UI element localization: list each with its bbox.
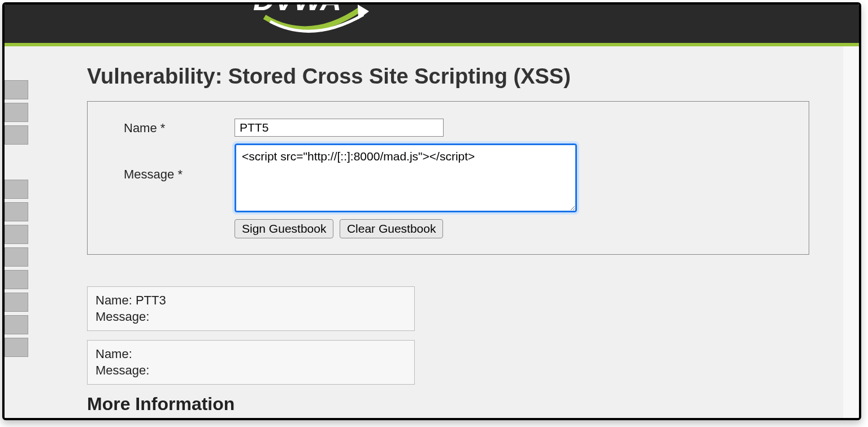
entry-name-label: Name: [96,347,132,361]
svg-text:DVWA: DVWA [253,5,341,16]
name-input[interactable] [235,119,444,137]
sidebar-item[interactable] [5,103,28,122]
sidebar-item[interactable] [5,315,28,334]
entry-name-value: PTT3 [136,293,166,307]
guestbook-entry: Name: PTT3 Message: [87,286,415,331]
entry-name-label: Name: [96,293,132,307]
header: DVWA [5,5,859,43]
message-label: Message * [124,143,235,182]
page-body: Vulnerability: Stored Cross Site Scripti… [5,46,859,418]
sign-guestbook-button[interactable]: Sign Guestbook [235,219,333,238]
clear-guestbook-button[interactable]: Clear Guestbook [340,219,444,238]
guestbook-entry: Name: Message: [87,340,415,385]
guestbook-form: Name * Message * Sign Guestbook Clear Gu… [87,101,809,255]
more-info-heading: More Information [87,394,809,415]
sidebar-item[interactable] [5,225,28,244]
entry-message-label: Message: [96,363,149,377]
sidebar-item[interactable] [5,338,28,357]
sidebar-item[interactable] [5,180,28,199]
dvwa-logo: DVWA [248,5,389,43]
name-label: Name * [124,119,235,136]
main-content: Vulnerability: Stored Cross Site Scripti… [36,46,843,418]
app-frame: DVWA Vulnerability: Stored Cross Site Sc… [2,2,861,420]
page-title: Vulnerability: Stored Cross Site Scripti… [87,64,809,89]
entry-message-label: Message: [96,310,149,324]
right-gutter [843,46,859,418]
sidebar-item[interactable] [5,293,28,312]
sidebar [5,46,36,418]
sidebar-item[interactable] [5,80,28,99]
sidebar-item[interactable] [5,270,28,289]
sidebar-item[interactable] [5,125,28,145]
sidebar-item[interactable] [5,247,28,267]
sidebar-item[interactable] [5,202,28,221]
message-textarea[interactable] [235,143,577,212]
